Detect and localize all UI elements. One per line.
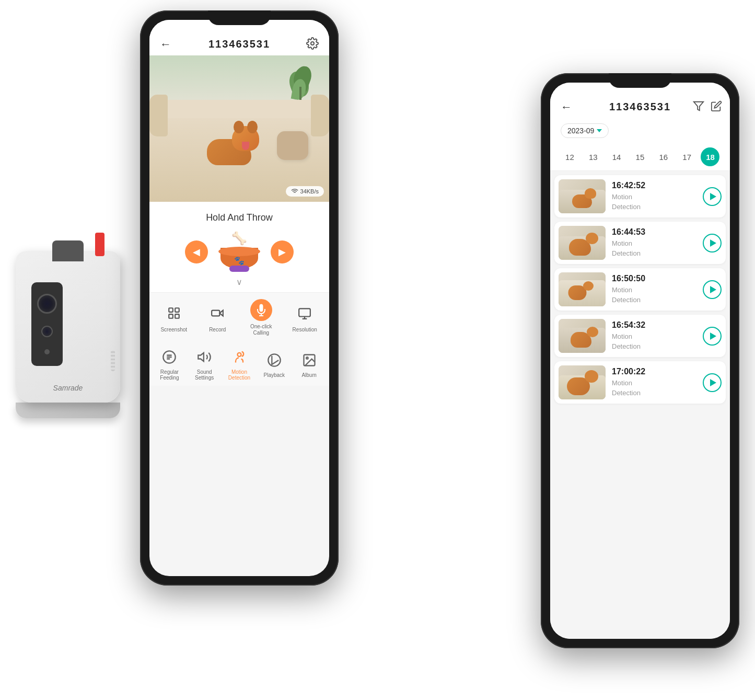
phone2-edit-icon[interactable] [711, 100, 722, 114]
album-label: Album [301, 372, 316, 378]
bottombar-feeding[interactable]: RegularFeeding [154, 348, 185, 381]
recording-item-3: 16:54:32 MotionDetection [554, 315, 726, 357]
cal-day-13[interactable]: 13 [584, 147, 602, 166]
bottombar-sound[interactable]: SoundSettings [189, 348, 220, 381]
screenshot-icon [163, 302, 185, 324]
svg-rect-2 [175, 308, 179, 312]
recording-item-4: 17:00:22 MotionDetection [554, 361, 726, 404]
throw-left-button[interactable]: ◀ [185, 240, 208, 263]
date-selector[interactable]: 2023-09 [561, 123, 609, 138]
phone2-filter-icon[interactable] [693, 100, 704, 114]
rec-info-3: 16:54:32 MotionDetection [612, 320, 696, 351]
toolbar-resolution[interactable]: Resolution [291, 302, 319, 333]
cal-day-17[interactable]: 17 [678, 147, 696, 166]
rec-time-4: 17:00:22 [612, 367, 696, 376]
bottombar-album[interactable]: Album [294, 351, 325, 378]
video-speed-text: 34KB/s [300, 188, 319, 194]
phone2-screen: ← 113463531 [550, 83, 730, 639]
date-text: 2023-09 [567, 127, 594, 135]
sound-label: SoundSettings [195, 369, 214, 381]
phone2-recordings-list: 16:42:52 MotionDetection [550, 171, 730, 639]
rec-play-3[interactable] [703, 327, 722, 346]
toolbar-calling[interactable]: One-clickCalling [247, 299, 275, 336]
svg-rect-1 [169, 308, 173, 312]
phone1-notch [208, 10, 271, 25]
recording-item-2: 16:50:50 MotionDetection [554, 268, 726, 311]
phone1-frame: ← 113463531 [140, 10, 339, 586]
phone1-settings-icon[interactable] [306, 37, 319, 52]
camera-sensor-dot [44, 349, 50, 354]
svg-rect-5 [212, 311, 219, 316]
feeding-icon [160, 348, 179, 366]
svg-rect-3 [169, 314, 173, 318]
phone1-back-button[interactable]: ← [160, 38, 171, 51]
video-dog [199, 123, 262, 170]
camera-vent [111, 350, 115, 371]
calling-icon [250, 299, 272, 321]
cal-day-12[interactable]: 12 [560, 147, 579, 166]
svg-point-0 [311, 42, 314, 45]
rec-type-2: MotionDetection [612, 285, 696, 304]
camera-lens-area [31, 282, 63, 366]
album-icon [300, 351, 319, 370]
phone2-title: 113463531 [609, 101, 671, 113]
svg-point-14 [268, 354, 280, 366]
phone2-date-nav: 2023-09 [550, 118, 730, 143]
sound-icon [195, 348, 214, 366]
video-speed-badge: 34KB/s [286, 186, 324, 197]
cal-day-16[interactable]: 16 [654, 147, 673, 166]
phone2-calendar: 12 13 14 15 16 17 18 [550, 143, 730, 171]
rec-thumb-3 [559, 319, 606, 353]
rec-type-3: MotionDetection [612, 332, 696, 351]
svg-point-16 [306, 357, 308, 359]
rec-play-4[interactable] [703, 373, 722, 392]
rec-play-1[interactable] [703, 234, 722, 253]
svg-marker-12 [199, 353, 204, 361]
rec-time-2: 16:50:50 [612, 274, 696, 283]
resolution-label: Resolution [293, 327, 317, 333]
playback-icon [265, 351, 284, 370]
video-pillow [277, 131, 308, 160]
phone2-back-button[interactable]: ← [561, 100, 572, 114]
bottombar-motion[interactable]: MotionDetection [224, 348, 255, 381]
throw-chevron-icon[interactable]: ∨ [157, 277, 321, 287]
camera-main-lens [37, 294, 57, 314]
throw-title: Hold And Throw [157, 212, 321, 223]
throw-right-button[interactable]: ▶ [271, 240, 294, 263]
video-background: 34KB/s [149, 55, 329, 202]
rec-thumb-4 [559, 365, 606, 399]
rec-info-2: 16:50:50 MotionDetection [612, 274, 696, 304]
phone2-frame: ← 113463531 [541, 73, 739, 648]
rec-play-0[interactable] [703, 187, 722, 206]
camera-body: Samrade [16, 251, 120, 403]
toolbar-screenshot[interactable]: Screenshot [159, 302, 188, 333]
phone1-screen: ← 113463531 [149, 20, 329, 576]
cal-day-18[interactable]: 18 [701, 147, 719, 166]
camera-secondary-lens [41, 326, 53, 337]
camera-brand-label: Samrade [53, 384, 83, 392]
camera-base [16, 403, 120, 418]
rec-time-1: 16:44:53 [612, 227, 696, 237]
record-label: Record [209, 327, 226, 333]
rec-time-0: 16:42:52 [612, 181, 696, 190]
rec-info-0: 16:42:52 MotionDetection [612, 181, 696, 211]
cal-day-15[interactable]: 15 [631, 147, 649, 166]
bottombar-playback[interactable]: Playback [259, 351, 290, 378]
screenshot-label: Screenshot [160, 327, 187, 333]
svg-marker-17 [694, 101, 703, 110]
cal-day-14[interactable]: 14 [607, 147, 626, 166]
motion-icon [230, 348, 249, 366]
svg-rect-4 [175, 314, 179, 318]
rec-thumb-2 [559, 272, 606, 306]
svg-point-13 [237, 353, 241, 357]
toolbar-record[interactable]: Record [203, 302, 232, 333]
camera-top [52, 240, 84, 261]
rec-type-1: MotionDetection [612, 239, 696, 258]
phone1-video-feed: 34KB/s [149, 55, 329, 202]
phone1-title: 113463531 [208, 38, 270, 50]
rec-play-2[interactable] [703, 280, 722, 299]
date-dropdown-arrow [597, 129, 602, 132]
motion-label: MotionDetection [228, 369, 250, 381]
rec-type-4: MotionDetection [612, 378, 696, 397]
phone2-action-icons [693, 100, 722, 114]
